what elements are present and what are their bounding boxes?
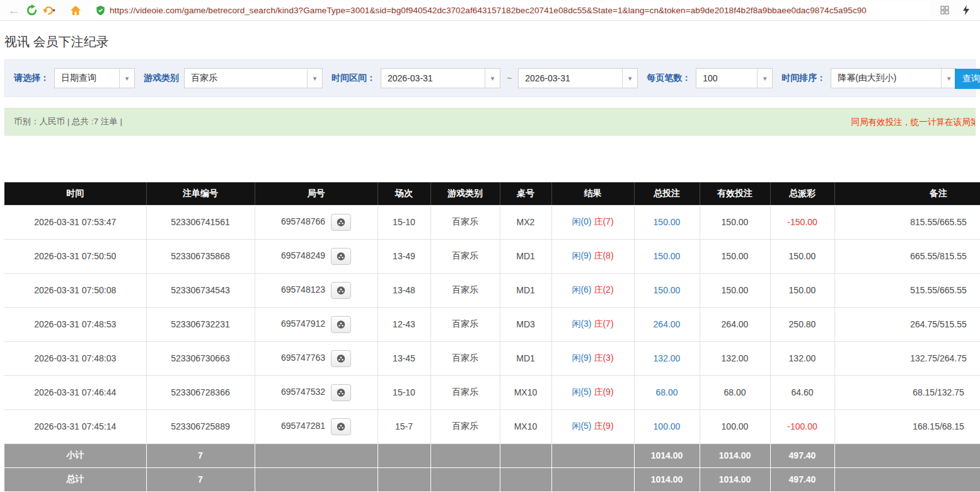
grid-icon	[940, 6, 949, 15]
cell-result: 闲(3) 庄(7)	[551, 307, 634, 341]
cell-bet-id: 523306735868	[146, 239, 255, 273]
col-header-result: 结果	[551, 182, 634, 205]
game-ball-icon	[336, 388, 346, 397]
subtotal-valid-bet: 1014.00	[700, 443, 770, 467]
url-text[interactable]: https://videoie.com/game/betrecord_searc…	[110, 6, 867, 15]
result-player: 闲(9)	[572, 250, 591, 261]
col-header-note: 备注	[834, 182, 980, 205]
result-player: 闲(6)	[572, 284, 591, 295]
game-ball-icon	[336, 252, 346, 261]
game-type-select[interactable]: 百家乐 ▾	[184, 68, 323, 88]
total-bet-link[interactable]: 150.00	[654, 251, 681, 261]
game-record-button[interactable]	[331, 214, 351, 231]
result-player: 闲(0)	[572, 216, 591, 226]
date-from-input[interactable]: 2026-03-31 ▾	[381, 68, 500, 88]
chevron-down-icon: ▾	[941, 69, 956, 88]
total-bet-link[interactable]: 150.00	[654, 217, 681, 227]
cell-game-type: 百家乐	[430, 341, 500, 375]
undo-dropdown-icon: ▾	[52, 8, 55, 13]
result-player: 闲(3)	[572, 319, 591, 329]
result-banker: 庄(9)	[594, 421, 613, 431]
cell-game-type: 百家乐	[430, 409, 500, 443]
home-button[interactable]	[68, 3, 83, 18]
col-header-session: 场次	[378, 182, 430, 205]
result-banker: 庄(7)	[594, 319, 613, 329]
date-mode-label: 请选择：	[14, 73, 49, 84]
cell-total-bet: 150.00	[634, 273, 700, 307]
cell-game-type: 百家乐	[430, 375, 500, 409]
cell-time: 2026-03-31 07:53:47	[4, 205, 146, 239]
cell-table: MX10	[500, 409, 551, 443]
game-record-button[interactable]	[331, 418, 351, 435]
table-header-row: 时间 注单编号 局号 场次 游戏类别 桌号 结果 总投注 有效投注 总派彩 备注	[4, 182, 980, 205]
total-bet-link[interactable]: 264.00	[654, 319, 681, 329]
result-banker: 庄(8)	[594, 250, 613, 261]
page-size-label: 每页笔数：	[647, 73, 691, 84]
total-payout: 497.40	[770, 467, 834, 491]
cell-time: 2026-03-31 07:45:14	[4, 409, 146, 443]
result-player: 闲(5)	[572, 421, 591, 431]
date-mode-select[interactable]: 日期查询 ▾	[54, 68, 135, 88]
cell-session: 15-10	[378, 205, 430, 239]
cell-game-type: 百家乐	[430, 205, 500, 239]
cell-table: MD1	[500, 273, 551, 307]
search-button[interactable]: 查询	[955, 69, 980, 89]
cell-total-bet: 132.00	[634, 341, 700, 375]
game-record-button[interactable]	[331, 282, 351, 299]
cell-bet-id: 523306728366	[146, 375, 255, 409]
page-title: 视讯 会员下注纪录	[0, 21, 980, 59]
total-bet-link[interactable]: 100.00	[654, 421, 681, 431]
back-button[interactable]: ←	[6, 3, 21, 18]
total-count: 7	[146, 467, 255, 491]
currency-summary-text: 币别：人民币 | 总共 :7 注单 |	[14, 116, 122, 127]
boost-button[interactable]	[959, 3, 974, 18]
address-bar[interactable]: https://videoie.com/game/betrecord_searc…	[92, 2, 930, 18]
date-to-input[interactable]: 2026-03-31 ▾	[518, 68, 638, 88]
cell-payout: 150.00	[770, 239, 834, 273]
cell-total-bet: 150.00	[634, 205, 700, 239]
game-record-button[interactable]	[331, 248, 351, 265]
cell-valid-bet: 150.00	[700, 273, 770, 307]
cell-note: 515.55/665.55	[834, 273, 980, 307]
result-player: 闲(5)	[572, 387, 591, 397]
sort-order-select[interactable]: 降幂(由大到小) ▾	[831, 68, 957, 88]
cell-session: 15-7	[378, 409, 430, 443]
game-record-button[interactable]	[331, 350, 351, 367]
cell-session: 13-49	[378, 239, 430, 273]
cell-note: 815.55/665.55	[834, 205, 980, 239]
undo-button[interactable]: ▾	[42, 3, 57, 18]
security-shield-icon	[96, 5, 105, 16]
total-bet-link[interactable]: 132.00	[654, 353, 681, 363]
game-record-button[interactable]	[331, 384, 351, 401]
cell-round: 695748766	[255, 205, 378, 239]
chevron-down-icon: ▾	[307, 69, 322, 88]
sort-order-label: 时间排序：	[781, 73, 826, 84]
result-banker: 庄(3)	[594, 353, 613, 363]
cell-note: 132.75/264.75	[834, 341, 980, 375]
col-header-payout: 总派彩	[770, 182, 834, 205]
cell-bet-id: 523306734543	[146, 273, 255, 307]
chevron-down-icon: ▾	[485, 69, 500, 88]
subtotal-count: 7	[146, 443, 255, 467]
total-bet-link[interactable]: 150.00	[654, 285, 681, 295]
cell-valid-bet: 100.00	[700, 409, 770, 443]
game-ball-icon	[336, 422, 346, 431]
extensions-grid-button[interactable]	[937, 3, 952, 18]
cell-table: MD1	[500, 341, 551, 375]
cell-note: 68.15/132.75	[834, 375, 980, 409]
cell-payout: -150.00	[770, 205, 834, 239]
cell-total-bet: 264.00	[634, 307, 700, 341]
cell-note: 168.15/68.15	[834, 409, 980, 443]
valid-bet-notice-text: 同局有效投注，统一计算在该局第	[851, 108, 976, 136]
page-size-select[interactable]: 100 ▾	[696, 68, 773, 88]
total-bet-link[interactable]: 68.00	[655, 387, 677, 397]
reload-button[interactable]	[24, 3, 39, 18]
cell-time: 2026-03-31 07:50:08	[4, 273, 146, 307]
game-record-button[interactable]	[331, 316, 351, 333]
table-row: 2026-03-31 07:50:08 523306734543 6957481…	[4, 273, 980, 307]
cell-note: 665.55/815.55	[834, 239, 980, 273]
cell-table: MD3	[500, 307, 551, 341]
lightning-icon	[962, 5, 970, 15]
grand-total-row: 总计 7 1014.00 1014.00 497.40	[4, 467, 980, 491]
cell-game-type: 百家乐	[430, 273, 500, 307]
